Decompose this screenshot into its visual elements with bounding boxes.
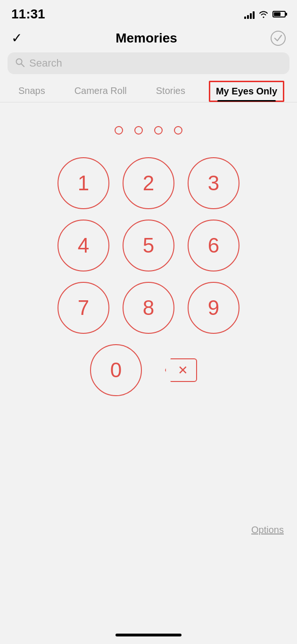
dot-4 xyxy=(174,126,182,135)
numpad-2[interactable]: 2 xyxy=(123,157,174,209)
numpad-row-1: 1 2 3 xyxy=(58,157,239,209)
passcode-dots xyxy=(115,126,182,135)
check-button[interactable] xyxy=(271,31,286,46)
numpad-7[interactable]: 7 xyxy=(58,282,109,334)
numpad-8[interactable]: 8 xyxy=(123,282,174,334)
status-time: 11:31 xyxy=(11,7,45,22)
dot-2 xyxy=(134,126,143,135)
options-link[interactable]: Options xyxy=(251,525,284,535)
battery-icon xyxy=(272,11,286,17)
search-bar[interactable]: Search xyxy=(8,52,289,74)
tab-my-eyes-only[interactable]: My Eyes Only xyxy=(209,81,284,102)
numpad: 1 2 3 4 5 6 7 8 9 0 ✕ xyxy=(58,157,239,396)
header: ✓ Memories xyxy=(0,25,297,51)
back-chevron[interactable]: ✓ xyxy=(11,30,22,46)
numpad-row-3: 7 8 9 xyxy=(58,282,239,334)
tab-camera-roll[interactable]: Camera Roll xyxy=(69,81,132,102)
page-title: Memories xyxy=(116,31,177,46)
numpad-6[interactable]: 6 xyxy=(188,220,239,271)
signal-icon xyxy=(244,9,255,19)
passcode-section: 1 2 3 4 5 6 7 8 9 0 ✕ xyxy=(0,102,297,396)
numpad-row-2: 4 5 6 xyxy=(58,220,239,271)
search-placeholder: Search xyxy=(29,57,62,69)
numpad-0[interactable]: 0 xyxy=(90,344,142,396)
backspace-x-label: ✕ xyxy=(178,363,188,378)
dot-1 xyxy=(115,126,123,135)
dot-3 xyxy=(154,126,163,135)
search-icon xyxy=(15,58,25,69)
backspace-icon: ✕ xyxy=(165,358,197,382)
numpad-3[interactable]: 3 xyxy=(188,157,239,209)
tabs-bar: Snaps Camera Roll Stories My Eyes Only xyxy=(0,81,297,102)
wifi-icon xyxy=(258,10,269,18)
numpad-9[interactable]: 9 xyxy=(188,282,239,334)
svg-line-1 xyxy=(21,64,24,67)
numpad-4[interactable]: 4 xyxy=(58,220,109,271)
tab-stories[interactable]: Stories xyxy=(150,81,191,102)
tab-snaps[interactable]: Snaps xyxy=(13,81,51,102)
status-icons xyxy=(244,9,286,19)
backspace-button[interactable]: ✕ xyxy=(155,344,207,396)
home-indicator xyxy=(116,634,182,636)
numpad-1[interactable]: 1 xyxy=(58,157,109,209)
numpad-5[interactable]: 5 xyxy=(123,220,174,271)
status-bar: 11:31 xyxy=(0,0,297,25)
numpad-row-4: 0 ✕ xyxy=(90,344,207,396)
